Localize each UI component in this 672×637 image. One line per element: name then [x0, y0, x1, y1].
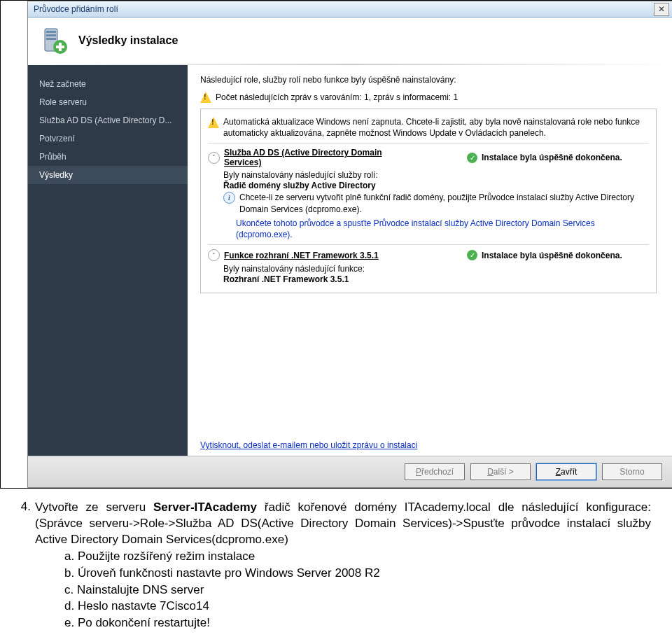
title-bar: Průvodce přidáním rolí ✕ — [28, 1, 672, 18]
button-bar: Předchozí Další > Zavřít Storno — [28, 456, 672, 487]
step4-text: Vytvořte ze serveru Server-ITAcademy řad… — [35, 500, 651, 548]
wizard-sidebar: Než začnete Role serveru Služba AD DS (A… — [28, 65, 188, 456]
sidebar-item-roles[interactable]: Role serveru — [28, 93, 188, 111]
funcs-intro: Byly nainstalovány následující funkce: — [223, 264, 649, 274]
svg-rect-6 — [56, 46, 64, 48]
dc-title: Řadič domény služby Active Directory — [223, 181, 649, 190]
adds-role-title: Služba AD DS (Active Directory Domain Se… — [224, 148, 420, 167]
chevron-up-icon[interactable]: ˄ — [208, 152, 220, 164]
adds-success-text: Instalace byla úspěšně dokončena. — [482, 153, 622, 162]
list-number: 4. — [7, 500, 31, 548]
document-text: 4. Vytvořte ze serveru Server-ITAcademy … — [7, 500, 651, 631]
sidebar-item-results[interactable]: Výsledky — [28, 166, 188, 184]
page-title: Výsledky instalace — [78, 34, 178, 47]
step4c: c. Nainstalujte DNS server — [64, 582, 651, 598]
wizard-main: Následující role, služby rolí nebo funkc… — [188, 65, 672, 456]
auto-update-warning: Automatická aktualizace Windows není zap… — [223, 116, 649, 139]
print-report-link[interactable]: Vytisknout, odeslat e-mailem nebo uložit… — [200, 440, 417, 450]
dcpromo-link[interactable]: Ukončete tohoto průvodce a spusťte Průvo… — [236, 218, 649, 240]
sidebar-item-confirm[interactable]: Potvrzení — [28, 130, 188, 148]
info-icon: i — [223, 192, 235, 204]
success-icon: ✓ — [467, 153, 477, 163]
cancel-button: Storno — [602, 463, 662, 480]
intro-text: Následující role, služby rolí nebo funkc… — [200, 75, 657, 85]
close-button[interactable]: Zavřít — [536, 463, 596, 480]
server-plus-icon — [41, 26, 70, 55]
step4d: d. Heslo nastavte 7Cisco14 — [64, 598, 651, 615]
chevron-up-icon[interactable]: ˄ — [208, 249, 220, 261]
previous-button: Předchozí — [405, 463, 465, 480]
netfx-success-text: Instalace byla úspěšně dokončena. — [482, 251, 622, 260]
window-title: Průvodce přidáním rolí — [31, 4, 654, 14]
sidebar-item-progress[interactable]: Průběh — [28, 148, 188, 166]
step4a: a. Použijte rozšířený režim instalace — [64, 548, 651, 565]
step4b: b. Úroveň funkčnosti nastavte pro Window… — [64, 565, 651, 582]
dc-info-text: Chcete-li ze serveru vytvořit plně funkč… — [239, 192, 649, 214]
sidebar-item-adds[interactable]: Služba AD DS (Active Directory D... — [28, 111, 188, 130]
warning-icon — [200, 92, 211, 103]
wizard-window: Průvodce přidáním rolí ✕ Výsledky instal… — [27, 1, 672, 488]
roles-intro: Byly nainstalovány následující služby ro… — [223, 170, 649, 180]
netfx-title: Funkce rozhraní .NET Framework 3.5.1 — [224, 251, 379, 260]
svg-rect-3 — [46, 38, 56, 40]
next-button: Další > — [470, 463, 531, 480]
svg-rect-1 — [46, 31, 56, 33]
warning-count: Počet následujících zpráv s varováním: 1… — [216, 92, 458, 102]
success-icon: ✓ — [467, 250, 477, 260]
wizard-header: Výsledky instalace — [28, 18, 672, 59]
close-icon[interactable]: ✕ — [654, 3, 669, 16]
sidebar-item-before[interactable]: Než začnete — [28, 75, 188, 93]
results-panel: Automatická aktualizace Windows není zap… — [200, 108, 657, 293]
netfx-bold: Rozhraní .NET Framework 3.5.1 — [223, 274, 649, 284]
warning-icon — [208, 117, 219, 128]
svg-rect-2 — [46, 34, 56, 36]
step4e: e. Po dokončení restartujte! — [64, 615, 651, 631]
